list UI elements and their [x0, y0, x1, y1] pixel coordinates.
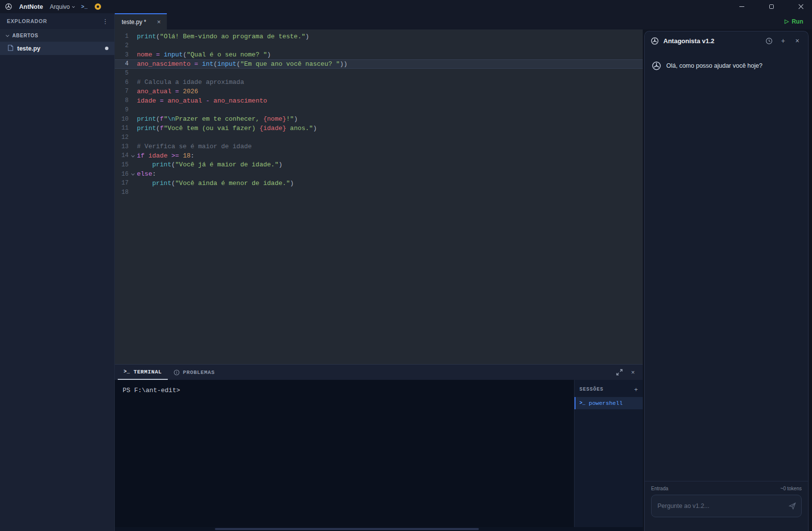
code-text: else:: [137, 170, 156, 178]
explorer-title: EXPLORADOR: [7, 18, 47, 24]
line-number: 12: [115, 134, 129, 141]
code-line[interactable]: 8idade = ano_atual - ano_nascimento: [115, 96, 643, 106]
line-number: 11: [115, 125, 129, 132]
terminal-prompt: PS F:\ant-edit>: [115, 380, 574, 394]
explorer-sidebar: EXPLORADOR ⋮ ABERTOS teste.py: [0, 13, 115, 531]
file-item-teste-py[interactable]: teste.py: [0, 42, 114, 55]
tab-teste-py[interactable]: teste.py * ×: [115, 13, 167, 29]
assistant-avatar-icon: [652, 61, 661, 71]
assistant-footer: Entrada ~0 tokens: [645, 481, 808, 531]
code-editor[interactable]: 1print("Olá! Bem-vindo ao programa de te…: [115, 29, 643, 364]
assistant-logo-icon: [651, 37, 659, 45]
minimize-icon: [739, 6, 744, 7]
terminal-body: PS F:\ant-edit> SESSÕES + >_ powershell: [115, 380, 643, 531]
code-line[interactable]: 17 print("Você ainda é menor de idade."): [115, 179, 643, 188]
code-line[interactable]: 1print("Olá! Bem-vindo ao programa de te…: [115, 32, 643, 41]
expand-icon[interactable]: [612, 365, 626, 380]
sessions-header: SESSÕES +: [575, 383, 643, 396]
scrollbar-thumb[interactable]: [215, 528, 479, 530]
code-line[interactable]: 10print(f"\nPrazer em te conhecer, {nome…: [115, 114, 643, 124]
line-number: 10: [115, 116, 129, 123]
code-line[interactable]: 9: [115, 106, 643, 115]
run-label: Run: [792, 18, 803, 25]
maximize-icon: [769, 4, 774, 9]
section-abertos[interactable]: ABERTOS: [0, 29, 114, 42]
session-label: powershell: [589, 400, 623, 406]
assistant-messages: Olá, como posso ajudar você hoje?: [645, 50, 808, 481]
play-icon: ▷: [785, 18, 788, 25]
code-line[interactable]: 11print(f"Você tem (ou vai fazer) {idade…: [115, 124, 643, 133]
maximize-button[interactable]: [760, 0, 783, 13]
code-text: # Verifica se é maior de idade: [137, 143, 252, 150]
kebab-menu-icon[interactable]: ⋮: [102, 18, 108, 25]
code-line[interactable]: 16else:: [115, 169, 643, 179]
code-text: ano_atual = 2026: [137, 88, 198, 95]
problemas-tab-label: PROBLEMAS: [183, 370, 215, 375]
code-line[interactable]: 18: [115, 188, 643, 197]
code-text: print(f"\nPrazer em te conhecer, {nome}!…: [137, 115, 298, 123]
info-icon: [174, 370, 180, 375]
tab-label: teste.py *: [122, 19, 146, 26]
line-number: 14: [115, 152, 129, 159]
titlebar: AntNote Arquivo >_: [0, 0, 812, 13]
code-line[interactable]: 6# Calcula a idade aproximada: [115, 78, 643, 87]
send-icon[interactable]: [788, 502, 796, 512]
line-number: 17: [115, 180, 129, 186]
run-button[interactable]: ▷ Run: [785, 13, 803, 29]
code-line[interactable]: 4ano_nascimento = int(input("Em que ano …: [115, 59, 643, 69]
assistant-header: Antagonista v1.2 + ×: [645, 31, 808, 50]
minimize-button[interactable]: [731, 0, 753, 13]
line-number: 9: [115, 106, 129, 113]
tab-bar-spacer: [167, 13, 785, 29]
tab-problemas[interactable]: PROBLEMAS: [168, 365, 221, 380]
code-line[interactable]: 5: [115, 69, 643, 78]
session-powershell[interactable]: >_ powershell: [575, 397, 643, 409]
chat-input[interactable]: [652, 503, 801, 509]
close-icon: [798, 4, 804, 9]
code-line[interactable]: 2: [115, 41, 643, 51]
code-text: nome = input("Qual é o seu nome? "): [137, 51, 271, 58]
terminal-header: >_ TERMINAL PROBLEMAS: [115, 364, 643, 380]
close-panel-icon[interactable]: ×: [792, 37, 802, 45]
code-text: print("Olá! Bem-vindo ao programa de tes…: [137, 33, 309, 40]
code-line[interactable]: 13# Verifica se é maior de idade: [115, 142, 643, 151]
terminal-toggle-icon[interactable]: >_: [81, 4, 87, 10]
add-session-icon[interactable]: +: [634, 386, 638, 393]
modified-dot-icon: [105, 47, 108, 50]
close-button[interactable]: [789, 0, 812, 13]
assistant-title: Antagonista v1.2: [663, 37, 714, 45]
history-icon[interactable]: [764, 37, 774, 45]
code-text: print("Você já é maior de idade."): [137, 161, 283, 168]
sessions-title: SESSÕES: [579, 387, 603, 392]
code-line[interactable]: 14if idade >= 18:: [115, 151, 643, 160]
chat-input-box[interactable]: [651, 495, 802, 517]
code-line[interactable]: 3nome = input("Qual é o seu nome? "): [115, 50, 643, 59]
line-number: 3: [115, 52, 129, 58]
menu-arquivo[interactable]: Arquivo: [50, 3, 75, 10]
line-number: 18: [115, 189, 129, 196]
fold-chevron-icon[interactable]: [129, 173, 137, 175]
line-number: 7: [115, 88, 129, 95]
terminal-tab-label: TERMINAL: [133, 369, 162, 375]
code-text: # Calcula a idade aproximada: [137, 79, 244, 86]
assistant-panel: Antagonista v1.2 + ×: [644, 31, 809, 531]
code-line[interactable]: 15 print("Você já é maior de idade."): [115, 160, 643, 170]
assistant-column: Antagonista v1.2 + ×: [643, 29, 812, 531]
tab-close-icon[interactable]: ×: [157, 18, 161, 26]
code-text: ano_nascimento = int(input("Em que ano v…: [137, 60, 347, 68]
tab-terminal[interactable]: >_ TERMINAL: [118, 365, 168, 380]
terminal-output[interactable]: PS F:\ant-edit>: [115, 380, 574, 531]
chevron-down-icon: [6, 33, 9, 37]
horizontal-scrollbar[interactable]: [115, 527, 643, 531]
package-icon[interactable]: [95, 3, 101, 10]
code-line[interactable]: 12: [115, 133, 643, 142]
chevron-down-icon: [72, 5, 75, 8]
code-line[interactable]: 7ano_atual = 2026: [115, 87, 643, 96]
sessions-panel: SESSÕES + >_ powershell: [574, 380, 643, 531]
terminal-panel: >_ TERMINAL PROBLEMAS: [115, 364, 643, 531]
new-chat-icon[interactable]: +: [778, 37, 788, 45]
terminal-close-icon[interactable]: ×: [626, 365, 640, 380]
input-label: Entrada: [651, 486, 668, 491]
fold-chevron-icon[interactable]: [129, 155, 137, 157]
section-abertos-label: ABERTOS: [12, 33, 38, 38]
